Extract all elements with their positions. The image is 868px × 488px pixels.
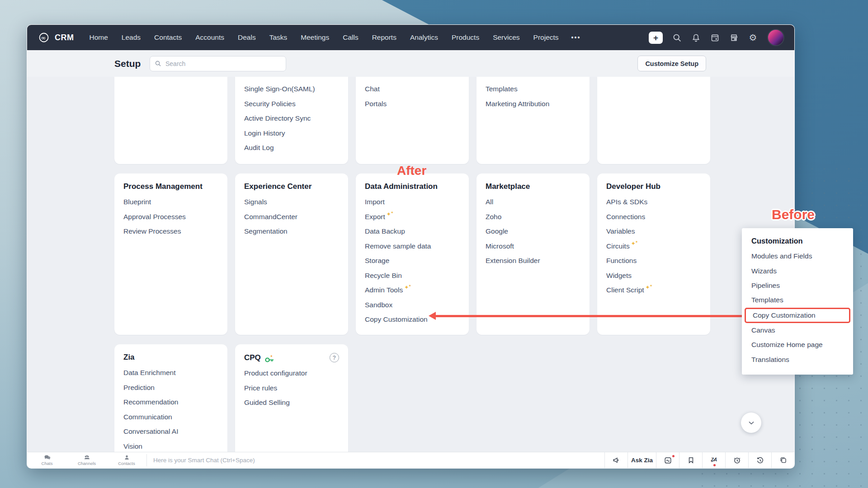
setup-menu-item[interactable]: Circuits✦✦ bbox=[597, 239, 710, 254]
history-icon[interactable] bbox=[748, 452, 771, 468]
setup-menu-item[interactable]: Review Processes bbox=[114, 224, 227, 239]
setup-menu-item[interactable]: Storage bbox=[356, 253, 469, 268]
scroll-down-button[interactable] bbox=[741, 413, 761, 433]
card-empty-2 bbox=[597, 77, 710, 164]
panel-menu-item[interactable]: Canvas bbox=[742, 323, 853, 338]
card-title: Process Management bbox=[114, 174, 227, 191]
nav-overflow-button[interactable]: ••• bbox=[571, 34, 581, 41]
sparkle-icon: ✦✦ bbox=[404, 287, 412, 288]
setup-menu-item[interactable]: Single Sign-On(SAML) bbox=[235, 82, 348, 97]
setup-menu-item[interactable]: All bbox=[476, 195, 590, 210]
nav-menu-item[interactable]: Products bbox=[452, 33, 479, 42]
setup-menu-item[interactable]: Zoho bbox=[476, 210, 590, 225]
megaphone-icon[interactable] bbox=[604, 452, 627, 468]
setup-menu-item[interactable]: Signals bbox=[235, 195, 348, 210]
panel-menu-item[interactable]: Templates bbox=[742, 293, 853, 307]
zoho-logo-icon: ∞ bbox=[37, 32, 51, 43]
nav-menu-item[interactable]: Tasks bbox=[269, 33, 288, 42]
setup-menu-item[interactable]: Approval Processes bbox=[114, 210, 227, 225]
nav-menu-item[interactable]: Deals bbox=[238, 33, 256, 42]
card-item-list: ImportExport✦✦Data BackupRemove sample d… bbox=[356, 195, 469, 327]
notifications-bell-icon[interactable] bbox=[691, 33, 701, 42]
setup-menu-item[interactable]: Extension Builder bbox=[476, 253, 590, 268]
user-avatar[interactable] bbox=[767, 29, 784, 46]
zia-trends-icon[interactable] bbox=[656, 452, 679, 468]
setup-menu-item[interactable]: Audit Log bbox=[235, 141, 348, 155]
setup-menu-item[interactable]: Google bbox=[476, 224, 590, 239]
nav-menu-item[interactable]: Contacts bbox=[154, 33, 182, 42]
setup-menu-item[interactable]: Login History bbox=[235, 126, 348, 141]
setup-menu-item[interactable]: Templates bbox=[476, 82, 590, 97]
search-icon bbox=[155, 60, 161, 67]
create-plus-icon[interactable]: + bbox=[649, 32, 663, 44]
setup-menu-item[interactable]: Data Backup bbox=[356, 224, 469, 239]
panel-menu-item[interactable]: Modules and Fields bbox=[742, 249, 853, 263]
marketplace-store-icon[interactable] bbox=[729, 33, 739, 42]
setup-menu-item[interactable]: Conversational AI bbox=[114, 424, 227, 439]
alarm-clock-icon[interactable] bbox=[725, 452, 748, 468]
card-item-list: ChatPortals bbox=[356, 77, 469, 111]
card-experience-center: Experience Center SignalsCommandCenterSe… bbox=[235, 174, 348, 335]
ask-zia-button[interactable]: Ask Zia bbox=[627, 452, 656, 468]
nav-menu-item[interactable]: Reports bbox=[372, 33, 396, 42]
setup-menu-item[interactable]: APIs & SDKs bbox=[597, 195, 710, 210]
smart-chat-input[interactable] bbox=[152, 456, 604, 464]
setup-menu-item[interactable]: Active Directory Sync bbox=[235, 111, 348, 126]
nav-menu-item[interactable]: Services bbox=[493, 33, 519, 42]
setup-menu-item[interactable]: Client Script✦✦ bbox=[597, 283, 710, 298]
panel-menu-item[interactable]: Wizards bbox=[742, 263, 853, 278]
setup-menu-item[interactable]: Recycle Bin bbox=[356, 268, 469, 283]
search-input[interactable] bbox=[165, 60, 281, 68]
panel-menu-item[interactable]: Translations bbox=[742, 352, 853, 366]
setup-menu-item[interactable]: Microsoft bbox=[476, 239, 590, 254]
zia-sketch-icon[interactable]: ZA bbox=[702, 452, 725, 468]
setup-menu-item[interactable]: Recommendation bbox=[114, 395, 227, 410]
setup-menu-item[interactable]: Variables bbox=[597, 224, 710, 239]
footer-tab-channels[interactable]: Channels bbox=[67, 452, 107, 468]
setup-menu-item[interactable]: Communication bbox=[114, 410, 227, 425]
help-circle-icon[interactable]: ? bbox=[330, 353, 339, 362]
nav-menu-item[interactable]: Projects bbox=[533, 33, 559, 42]
setup-menu-item[interactable]: Connections bbox=[597, 210, 710, 225]
setup-menu-item[interactable]: Widgets bbox=[597, 268, 710, 283]
setup-menu-item[interactable]: Sandbox bbox=[356, 298, 469, 313]
nav-menu-item[interactable]: Calls bbox=[343, 33, 358, 42]
setup-menu-item[interactable]: Admin Tools✦✦ bbox=[356, 283, 469, 298]
setup-menu-item[interactable]: Export✦✦ bbox=[356, 210, 469, 225]
setup-menu-item[interactable]: Guided Selling bbox=[235, 395, 348, 410]
setup-menu-item[interactable]: Remove sample data bbox=[356, 239, 469, 254]
setup-menu-item[interactable]: Marketing Attribution bbox=[476, 97, 590, 112]
setup-menu-item[interactable]: Price rules bbox=[235, 381, 348, 396]
calendar-icon[interactable] bbox=[710, 33, 720, 42]
setup-menu-item[interactable]: CommandCenter bbox=[235, 210, 348, 225]
setup-search[interactable] bbox=[150, 56, 286, 71]
setup-menu-item[interactable]: Blueprint bbox=[114, 195, 227, 210]
nav-menu-item[interactable]: Meetings bbox=[301, 33, 329, 42]
setup-menu-item[interactable]: Functions bbox=[597, 253, 710, 268]
footer-tab-contacts[interactable]: Contacts bbox=[107, 452, 146, 468]
panel-menu-item[interactable]: Pipelines bbox=[742, 278, 853, 293]
customize-setup-button[interactable]: Customize Setup bbox=[637, 56, 706, 71]
settings-gear-icon[interactable]: ⚙ bbox=[748, 33, 758, 42]
nav-menu-item[interactable]: Leads bbox=[122, 33, 141, 42]
nav-menu-item[interactable]: Home bbox=[90, 33, 108, 42]
setup-menu-item[interactable]: Product configurator bbox=[235, 366, 348, 381]
setup-menu-item[interactable]: Prediction bbox=[114, 380, 227, 395]
setup-menu-item[interactable]: Data Enrichment bbox=[114, 366, 227, 380]
setup-menu-item[interactable]: Copy Customization bbox=[356, 312, 469, 327]
search-icon[interactable] bbox=[672, 33, 682, 42]
setup-menu-item[interactable]: Vision bbox=[114, 439, 227, 453]
brand[interactable]: ∞ CRM bbox=[37, 32, 74, 43]
setup-menu-item[interactable]: Portals bbox=[356, 97, 469, 112]
panel-menu-item[interactable]: Copy Customization bbox=[745, 308, 850, 323]
bookmark-icon[interactable] bbox=[679, 452, 702, 468]
panel-menu-item[interactable]: Customize Home page bbox=[742, 338, 853, 352]
nav-menu-item[interactable]: Analytics bbox=[410, 33, 438, 42]
setup-menu-item[interactable]: Import bbox=[356, 195, 469, 210]
footer-tab-chats[interactable]: Chats bbox=[27, 452, 67, 468]
copies-icon[interactable] bbox=[771, 452, 794, 468]
nav-menu-item[interactable]: Accounts bbox=[195, 33, 224, 42]
setup-menu-item[interactable]: Security Policies bbox=[235, 97, 348, 112]
setup-menu-item[interactable]: Chat bbox=[356, 82, 469, 97]
setup-menu-item[interactable]: Segmentation bbox=[235, 224, 348, 239]
